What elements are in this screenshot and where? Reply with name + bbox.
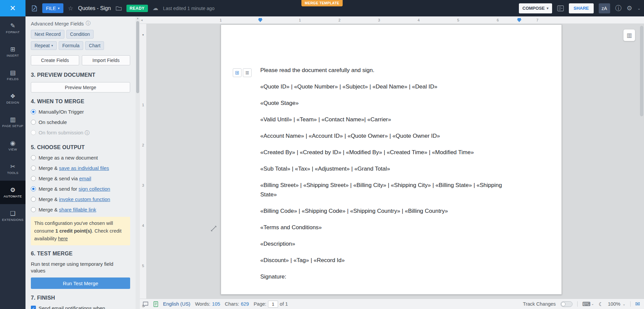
doc-paragraph[interactable]: «Quote Stage» bbox=[260, 99, 520, 108]
document-page[interactable]: Please read the document carefully and s… bbox=[221, 24, 562, 295]
info-icon[interactable]: ⓘ bbox=[85, 130, 90, 135]
option-link[interactable]: save as individual files bbox=[59, 165, 109, 171]
page-number-input[interactable] bbox=[268, 301, 278, 308]
document-scrollbar[interactable] bbox=[640, 26, 643, 297]
track-changes-toggle[interactable] bbox=[560, 301, 573, 307]
document-review-icon[interactable] bbox=[557, 5, 564, 11]
close-button[interactable]: ✕ bbox=[0, 0, 25, 16]
radio-option[interactable]: Merge & send via email bbox=[31, 175, 130, 182]
option-link[interactable]: invoke custom function bbox=[59, 196, 110, 202]
new-document-icon[interactable] bbox=[31, 5, 38, 12]
horizontal-ruler[interactable]: ◂ 11234567 bbox=[140, 16, 644, 24]
radio-button[interactable] bbox=[31, 130, 36, 135]
merge-field-chip[interactable]: Chart ▾ bbox=[85, 41, 104, 50]
star-favorite-icon[interactable]: ☆ bbox=[68, 5, 73, 11]
doc-paragraph[interactable]: «Discount» | «Tag» | «Record Id» bbox=[260, 256, 520, 265]
radio-option[interactable]: Merge & save as individual files bbox=[31, 165, 130, 172]
document-status-icon[interactable] bbox=[153, 301, 158, 307]
doc-paragraph[interactable]: «Created By» | «Created by ID» | «Modifi… bbox=[260, 148, 520, 157]
sidebar-item[interactable]: ❖ DESIGN bbox=[0, 87, 25, 110]
run-test-merge-button[interactable]: Run Test Merge bbox=[31, 277, 130, 289]
radio-option[interactable]: Merge & invoke custom function bbox=[31, 196, 130, 203]
radio-option[interactable]: Manually/On Trigger ⓘ bbox=[31, 109, 130, 115]
document-canvas[interactable]: Please read the document carefully and s… bbox=[146, 24, 644, 299]
preview-merge-button[interactable]: Preview Merge bbox=[31, 82, 130, 92]
zia-language-button[interactable]: zA bbox=[599, 3, 610, 13]
doc-paragraph[interactable]: «Billing Street» | «Shipping Street» | «… bbox=[260, 181, 520, 199]
insert-table-icon[interactable]: ⊞ bbox=[233, 68, 241, 77]
radio-button[interactable] bbox=[31, 176, 36, 181]
chevron-down-icon[interactable]: ⌄ bbox=[637, 6, 641, 10]
folder-icon[interactable] bbox=[116, 6, 122, 11]
radio-button[interactable] bbox=[31, 109, 36, 114]
merge-field-chip[interactable]: Formula ▾ bbox=[59, 41, 83, 50]
sidebar-item[interactable]: ❑ EXTENSIONS bbox=[0, 204, 25, 228]
doc-paragraph[interactable]: «Account Name» | «Account ID» | «Quote O… bbox=[260, 131, 520, 141]
file-menu-button[interactable]: FILE ▾ bbox=[42, 3, 63, 13]
radio-option[interactable]: Merge as a new document bbox=[31, 154, 130, 161]
sidebar-item[interactable]: ◉ VIEW bbox=[0, 134, 25, 157]
sidebar-item[interactable]: ▥ PAGE SETUP bbox=[0, 110, 25, 134]
doc-paragraph[interactable]: «Description» bbox=[260, 239, 520, 249]
words-count[interactable]: 105 bbox=[212, 301, 220, 307]
email-notifications-option[interactable]: ✓ Send email notifications when bbox=[31, 305, 130, 309]
zoom-control[interactable]: 100% ⌄ bbox=[608, 301, 625, 307]
import-fields-button[interactable]: Import Fields bbox=[82, 55, 130, 65]
radio-option[interactable]: Merge & share fillable link bbox=[31, 206, 130, 213]
chars-count[interactable]: 629 bbox=[241, 301, 249, 307]
doc-paragraph[interactable]: Signature: bbox=[260, 272, 520, 282]
compose-button[interactable]: COMPOSE ▾ bbox=[519, 3, 552, 13]
radio-button[interactable] bbox=[31, 186, 36, 191]
doc-paragraph[interactable]: «Valid Until» | «Team» | «Contact Name»|… bbox=[260, 115, 520, 124]
merge-template-badge: MERGE TEMPLATE bbox=[302, 0, 343, 6]
sidebar-item[interactable]: ▤ FIELDS bbox=[0, 63, 25, 87]
ruler-collapse-icon[interactable]: ◂ bbox=[141, 16, 143, 24]
page-view-button[interactable]: ▥ bbox=[623, 29, 635, 41]
scrollbar-thumb[interactable] bbox=[136, 21, 139, 93]
radio-button[interactable] bbox=[31, 207, 36, 212]
sidebar-item[interactable]: ✎ FORMAT bbox=[0, 16, 25, 40]
merge-field-chip[interactable]: Next Record ▾ bbox=[31, 30, 64, 39]
radio-option[interactable]: Merge & send for sign collection bbox=[31, 186, 130, 192]
doc-paragraph[interactable]: «Quote ID» | «Quote Number» | «Subject» … bbox=[260, 82, 520, 91]
sidebar-item[interactable]: ⊞ INSERT bbox=[0, 40, 25, 63]
credit-availability-link[interactable]: here bbox=[58, 236, 68, 241]
doc-paragraph[interactable]: «Sub Total» | «Tax» | «Adjustment» | «Gr… bbox=[260, 164, 520, 174]
radio-button[interactable] bbox=[31, 155, 36, 160]
doc-paragraph[interactable]: «Billing Code» | «Shipping Code» | «Ship… bbox=[260, 206, 520, 216]
radio-button[interactable] bbox=[31, 120, 36, 125]
night-mode-icon[interactable]: ☾ bbox=[599, 302, 603, 307]
share-button[interactable]: SHARE bbox=[569, 3, 594, 13]
document-title[interactable]: Quotes - Sign bbox=[78, 5, 111, 11]
merge-field-chip[interactable]: Repeat ▾ bbox=[31, 41, 57, 50]
create-fields-button[interactable]: Create Fields bbox=[31, 55, 79, 65]
option-link[interactable]: sign collection bbox=[78, 186, 110, 192]
left-indent-marker[interactable] bbox=[258, 18, 263, 22]
scrollbar-thumb[interactable] bbox=[640, 26, 643, 116]
paragraph-options-icon[interactable]: ≣ bbox=[243, 68, 252, 77]
sidebar-item[interactable]: ⚙ AUTOMATE bbox=[0, 181, 25, 204]
right-indent-marker[interactable] bbox=[517, 18, 522, 22]
panel-scrollbar[interactable]: ▲ bbox=[136, 16, 140, 309]
doc-paragraph[interactable]: Please read the document carefully and s… bbox=[260, 66, 520, 75]
radio-option[interactable]: On form submission ⓘ bbox=[31, 129, 130, 136]
doc-paragraph[interactable]: «Terms and Conditions» bbox=[260, 223, 520, 232]
top-margin-marker[interactable]: ▾ bbox=[140, 33, 146, 37]
language-selector[interactable]: English (US) bbox=[163, 301, 190, 307]
radio-button[interactable] bbox=[31, 197, 36, 202]
info-icon[interactable]: ⓘ bbox=[615, 5, 622, 11]
keyboard-shortcuts-icon[interactable]: ⌨⌄ bbox=[582, 301, 594, 307]
option-link[interactable]: email bbox=[79, 176, 91, 181]
option-link[interactable]: share fillable link bbox=[59, 207, 96, 212]
vertical-ruler[interactable]: ▾ 123456 bbox=[140, 24, 146, 299]
scroll-up-arrow-icon[interactable]: ▲ bbox=[136, 16, 140, 20]
sidebar-item[interactable]: ✂ TOOLS bbox=[0, 157, 25, 181]
email-icon[interactable]: ✉ bbox=[635, 301, 640, 308]
settings-gear-icon[interactable]: ⚙ bbox=[627, 5, 632, 11]
info-icon[interactable]: ⓘ bbox=[86, 20, 91, 26]
checkbox-checked[interactable]: ✓ bbox=[31, 306, 36, 309]
sidebar-item-label: DESIGN bbox=[6, 101, 19, 104]
radio-button[interactable] bbox=[31, 166, 36, 171]
radio-option[interactable]: On schedule ⓘ bbox=[31, 119, 130, 126]
merge-field-chip[interactable]: Condition ▾ bbox=[66, 30, 94, 39]
